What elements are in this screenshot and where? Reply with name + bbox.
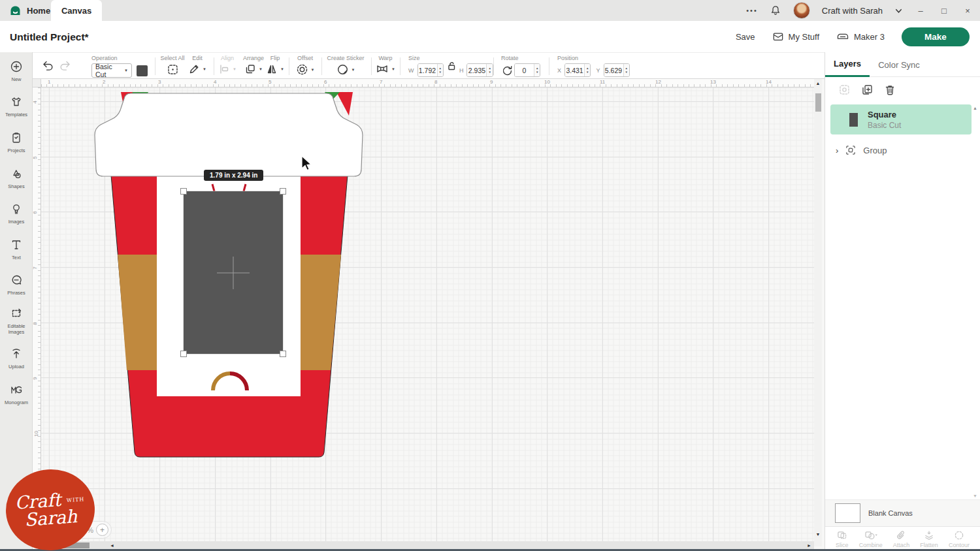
flatten-button[interactable]: Flatten	[920, 530, 938, 548]
position-group: Position X ▲ ▼ Y ▲ ▼	[557, 55, 630, 77]
save-button[interactable]: Save	[736, 32, 755, 42]
tab-color-sync[interactable]: Color Sync	[870, 52, 928, 77]
width-input[interactable]	[418, 64, 437, 76]
scroll-up-arrow[interactable]: ▲	[816, 81, 821, 86]
rotate-input[interactable]	[515, 64, 534, 76]
scroll-left-arrow[interactable]: ◄	[110, 543, 114, 548]
sidebar-item-images[interactable]: Images	[0, 202, 33, 225]
y-field: ▲ ▼	[604, 63, 630, 77]
layer-thumbnail	[849, 113, 858, 127]
attach-button[interactable]: Attach	[893, 530, 910, 548]
height-field: ▲ ▼	[466, 63, 493, 77]
scroll-down-arrow[interactable]: ▼	[816, 532, 821, 537]
contour-button[interactable]: Contour	[949, 530, 970, 548]
size-lock-open-icon[interactable]	[446, 61, 457, 71]
delete-button[interactable]	[884, 84, 896, 96]
duplicate-button[interactable]	[861, 84, 874, 96]
offset-icon	[296, 63, 308, 76]
flip-menu-button[interactable]: Flip ▼	[265, 55, 286, 75]
resize-handle-bottom-right[interactable]	[280, 351, 286, 357]
account-name[interactable]: Craft with Sarah	[822, 6, 883, 16]
sidebar-item-editable-images[interactable]: Editable Images	[0, 307, 33, 335]
edit-menu-button[interactable]: Edit ▼	[186, 55, 208, 75]
window-close-button[interactable]: ×	[962, 6, 973, 16]
warp-menu-button[interactable]: Warp ▼	[373, 55, 398, 74]
y-input[interactable]	[604, 64, 623, 76]
make-button[interactable]: Make	[902, 27, 970, 46]
operation-color-swatch[interactable]	[137, 65, 148, 76]
edit-toolbar: Operation Basic Cut ▼ Select All Edit	[33, 52, 825, 79]
align-icon	[218, 63, 230, 75]
cup-accent-red-right	[336, 92, 353, 116]
upload-icon	[10, 347, 23, 360]
resize-handle-bottom-left[interactable]	[181, 351, 187, 357]
expand-chevron-icon[interactable]: ›	[836, 146, 838, 155]
y-stepper[interactable]: ▲ ▼	[623, 64, 629, 76]
scroll-right-arrow[interactable]: ►	[807, 543, 811, 548]
my-stuff-button[interactable]: My Stuff	[772, 31, 819, 42]
canvas-area[interactable]: 1 2 3 4 5 6 7 8 9 10 11 12 13 14 4 5 6 7…	[33, 79, 825, 551]
width-label: W	[408, 67, 414, 74]
operation-dropdown[interactable]: Basic Cut ▼	[91, 63, 132, 78]
zoom-in-button[interactable]: +	[96, 524, 108, 536]
sidebar-item-upload[interactable]: Upload	[0, 347, 33, 370]
height-input[interactable]	[467, 64, 486, 76]
layer-row-square[interactable]: Square Basic Cut	[830, 104, 972, 134]
cup-lid[interactable]	[95, 93, 363, 176]
window-maximize-button[interactable]: □	[938, 6, 950, 16]
width-stepper[interactable]: ▲ ▼	[437, 64, 443, 76]
edit-pencil-icon	[188, 63, 200, 75]
blank-canvas-thumbnail	[835, 503, 860, 523]
combine-button[interactable]: Combine	[859, 530, 883, 548]
account-chevron-down-icon[interactable]	[894, 7, 903, 15]
projects-notebook-icon	[10, 131, 23, 144]
x-stepper[interactable]: ▲ ▼	[584, 64, 590, 76]
sidebar-item-shapes[interactable]: Shapes	[0, 167, 33, 190]
undo-button[interactable]	[41, 60, 54, 72]
panel-scroll-up-icon[interactable]: ▲	[973, 106, 977, 110]
create-sticker-button[interactable]: Create Sticker ▼	[324, 55, 367, 76]
height-stepper[interactable]: ▲ ▼	[486, 64, 492, 76]
resize-handle-top-left[interactable]	[181, 189, 187, 195]
rotate-icon[interactable]	[501, 65, 513, 76]
slice-button[interactable]: Slice	[836, 530, 849, 548]
operation-group: Operation Basic Cut ▼	[91, 55, 148, 78]
sidebar-item-text[interactable]: Text	[0, 238, 33, 261]
x-field: ▲ ▼	[564, 63, 591, 77]
offset-label: Offset	[293, 55, 318, 61]
account-avatar[interactable]	[793, 2, 810, 19]
rotate-field: ▲ ▼	[514, 63, 540, 77]
machine-select-button[interactable]: Maker 3	[836, 31, 885, 42]
templates-shirt-icon	[10, 95, 23, 108]
window-minimize-button[interactable]: –	[915, 6, 926, 16]
panel-scroll-down-icon[interactable]: ▼	[973, 494, 977, 498]
arrange-menu-button[interactable]: Arrange ▼	[240, 55, 267, 75]
overflow-menu-icon[interactable]: •••	[746, 7, 758, 14]
redo-button[interactable]	[59, 60, 72, 72]
logo-word-with: WITH	[66, 496, 84, 503]
vertical-scroll-thumb[interactable]	[815, 93, 821, 112]
stepper-down-icon: ▼	[625, 71, 628, 74]
group-button[interactable]	[838, 84, 851, 96]
caret-down-icon: ▼	[233, 67, 237, 71]
blank-canvas-row[interactable]: Blank Canvas	[825, 499, 980, 526]
sidebar-item-phrases[interactable]: Phrases	[0, 274, 33, 296]
offset-menu-button[interactable]: Offset ▼	[293, 55, 318, 76]
sidebar-item-templates[interactable]: Templates	[0, 95, 33, 118]
group-layer-label: Group	[863, 146, 887, 155]
tab-layers[interactable]: Layers	[825, 52, 870, 77]
vertical-scrollbar[interactable]: ▲ ▼	[814, 79, 822, 546]
layer-row-group[interactable]: › Group	[830, 138, 972, 162]
sidebar-item-monogram[interactable]: Monogram	[0, 383, 33, 406]
design-artwork[interactable]	[33, 79, 825, 551]
sidebar-item-projects[interactable]: Projects	[0, 131, 33, 154]
align-menu-button[interactable]: Align ▼	[216, 55, 238, 75]
create-sticker-icon	[336, 63, 349, 76]
tab-canvas[interactable]: Canvas	[51, 0, 102, 21]
rotate-stepper[interactable]: ▲ ▼	[534, 64, 540, 76]
horizontal-scrollbar[interactable]: ◄ ►	[41, 541, 814, 549]
x-input[interactable]	[565, 64, 584, 76]
notifications-bell-icon[interactable]	[770, 5, 781, 16]
sidebar-item-new[interactable]: New	[0, 60, 33, 83]
resize-handle-top-right[interactable]	[280, 189, 286, 195]
